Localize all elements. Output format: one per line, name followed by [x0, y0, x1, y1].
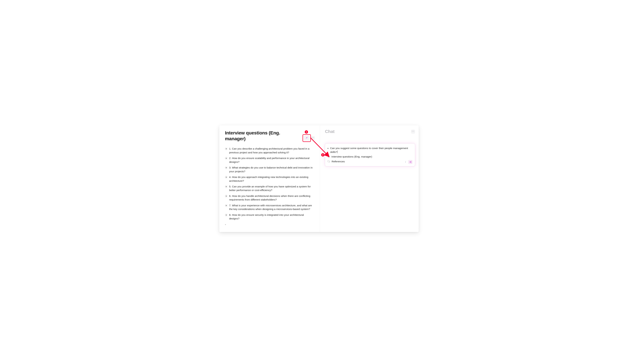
ai-sparkle-button[interactable]: [304, 136, 309, 140]
document-pane: Interview questions (Eng. manager) 1 ···: [219, 125, 320, 232]
list-item[interactable]: 5. Can you provide an example of how you…: [225, 184, 315, 193]
chat-references-row[interactable]: References i: [328, 159, 413, 164]
chat-send-button[interactable]: [408, 160, 413, 164]
chat-header: Chat ···: [325, 129, 415, 134]
bullet-icon: [225, 157, 227, 160]
send-icon: [409, 161, 412, 163]
bullet-icon: [225, 148, 227, 150]
more-horizontal-icon: ···: [412, 131, 414, 132]
list-item[interactable]: 2. How do you ensure scalability and per…: [225, 155, 315, 165]
question-list: 1. Can you describe a challenging archit…: [225, 146, 315, 226]
question-text: 3. What strategies do you use to balance…: [229, 166, 315, 173]
sparkle-icon: [305, 137, 308, 140]
list-item-empty[interactable]: [225, 222, 315, 226]
more-horizontal-icon: ···: [311, 137, 314, 139]
document-header: Interview questions (Eng. manager) 1 ···: [225, 130, 315, 142]
question-text: 6. How do you handle architectural decis…: [229, 194, 315, 202]
list-item[interactable]: 7. What is your experience with microser…: [225, 203, 315, 212]
annotation-callout-2-badge: 2: [321, 153, 325, 156]
document-title: Interview questions (Eng. manager): [225, 130, 285, 142]
question-text: 2. How do you ensure scalability and per…: [229, 156, 315, 164]
list-item[interactable]: 8. How do you ensure security is integra…: [225, 212, 315, 222]
chat-more-button[interactable]: ···: [411, 130, 415, 134]
question-text: 8. How do you ensure security is integra…: [229, 213, 315, 220]
chat-info-button[interactable]: i: [405, 160, 407, 164]
chat-context-row[interactable]: Interview questions (Eng. manager): [328, 154, 413, 159]
bullet-icon: [328, 156, 330, 158]
bullet-icon: [225, 195, 227, 197]
document-actions: 1 ···: [304, 136, 315, 140]
bullet-icon: [225, 166, 227, 169]
question-text: 5. Can you provide an example of how you…: [229, 185, 315, 192]
app-card: Interview questions (Eng. manager) 1 ···: [219, 125, 419, 232]
question-text: 4. How do you approach integrating new t…: [229, 175, 315, 183]
list-item[interactable]: 3. What strategies do you use to balance…: [225, 165, 315, 174]
chat-references-label: References: [332, 160, 403, 163]
document-more-button[interactable]: ···: [311, 136, 315, 140]
search-icon: [328, 160, 330, 163]
bullet-icon: [225, 214, 227, 216]
list-item[interactable]: 1. Can you describe a challenging archit…: [225, 146, 315, 155]
question-text: 1. Can you describe a challenging archit…: [229, 147, 315, 154]
list-item[interactable]: 6. How do you handle architectural decis…: [225, 193, 315, 203]
list-item[interactable]: 4. How do you approach integrating new t…: [225, 174, 315, 184]
bullet-icon: [225, 204, 227, 207]
chat-pane: Chat ··· 2 Can you suggest some question…: [320, 125, 419, 232]
bullet-icon: [225, 176, 227, 178]
bullet-icon: [328, 148, 329, 149]
annotation-callout-1-badge: 1: [305, 130, 308, 134]
chat-input-footer: i: [405, 160, 413, 164]
bullet-icon: [225, 224, 226, 225]
chat-prompt-row[interactable]: Can you suggest some questions to cover …: [328, 146, 413, 154]
chat-prompt-text: Can you suggest some questions to cover …: [330, 146, 413, 154]
chat-context-doc: Interview questions (Eng. manager): [332, 155, 413, 158]
chat-input-box[interactable]: 2 Can you suggest some questions to cove…: [325, 144, 415, 166]
bullet-icon: [225, 186, 227, 188]
chat-title: Chat: [325, 129, 335, 134]
question-text: 7. What is your experience with microser…: [229, 204, 315, 211]
